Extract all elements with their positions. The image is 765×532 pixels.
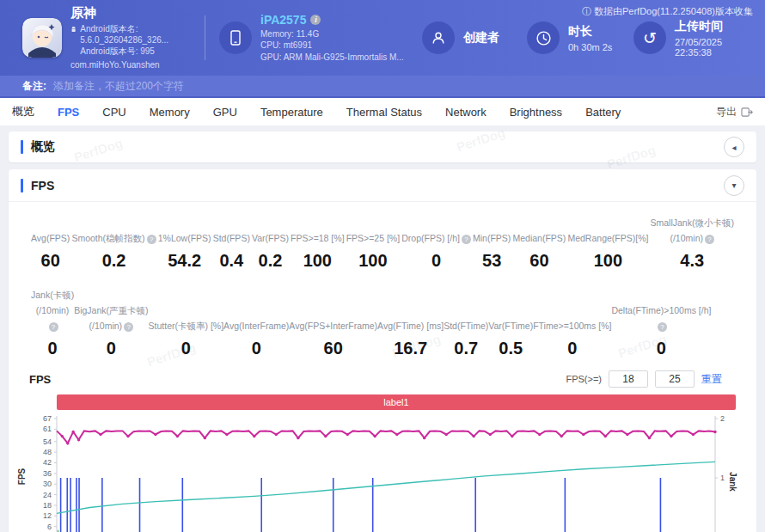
y-axis-right-label: Jank xyxy=(728,472,737,492)
duration-group: 时长 0h 30m 2s xyxy=(527,21,633,54)
app-info-group: 原神 Android版本名: 5.6.0_32604286_326... And… xyxy=(22,5,199,70)
help-icon[interactable] xyxy=(49,322,58,332)
header-divider xyxy=(205,15,205,60)
device-info-group: iPA2575 Memory: 11.4G CPU: mt6991 GPU: A… xyxy=(219,13,407,64)
device-model: iPA2575 xyxy=(260,13,306,27)
tab-cpu[interactable]: CPU xyxy=(102,106,125,119)
fps-collapse-button[interactable] xyxy=(724,175,744,196)
stat-avg-ftime: Avg(FTime) [ms]16.7 xyxy=(377,317,444,358)
export-button[interactable]: 导出 xyxy=(716,105,753,119)
svg-text:54: 54 xyxy=(43,437,52,446)
duration-clock-icon xyxy=(527,21,560,54)
upload-group: ↺ 上传时间 27/05/2025 22:35:38 xyxy=(633,19,750,58)
stat-ftime-ge100: FTime>=100ms [%]0 xyxy=(533,317,611,358)
collect-info: 数据由PerfDog(11.2.250408)版本收集 xyxy=(582,5,753,18)
tab-battery[interactable]: Battery xyxy=(585,106,621,119)
help-icon[interactable] xyxy=(705,235,714,244)
svg-text:24: 24 xyxy=(43,491,52,499)
help-icon[interactable] xyxy=(658,322,667,332)
remark-placeholder: 添加备注，不超过200个字符 xyxy=(53,79,184,94)
device-info-icon[interactable] xyxy=(310,15,321,25)
overview-section: 概览 xyxy=(9,131,756,162)
app-name: 原神 xyxy=(70,5,199,21)
tab-memory[interactable]: Memory xyxy=(150,106,190,119)
svg-text:2: 2 xyxy=(720,414,725,423)
stat-stutter: Stutter(卡顿率) [%]0 xyxy=(149,317,224,358)
fps-chart-header: FPS FPS(>=) 重置 xyxy=(9,370,756,388)
svg-text:61: 61 xyxy=(43,425,52,433)
fps-section: FPS Avg(FPS)60 Smooth(稳帧指数)0.2 1%Low(FPS… xyxy=(9,169,756,532)
svg-text:48: 48 xyxy=(43,448,52,456)
creator-label: 创建者 xyxy=(463,30,499,46)
upload-value: 27/05/2025 22:35:38 xyxy=(675,37,750,58)
stat-var-fps: Var(FPS)0.2 xyxy=(252,229,289,271)
stat-std-ftime: Std(FTime)0.7 xyxy=(444,317,488,358)
y-axis-left-label: FPS xyxy=(17,468,27,485)
header: 数据由PerfDog(11.2.250408)版本收集 原神 xyxy=(0,0,765,76)
device-phone-icon xyxy=(219,21,252,54)
stat-bigjank: BigJank(严重卡顿)(/10min)0 xyxy=(74,302,148,358)
svg-text:6: 6 xyxy=(47,523,52,531)
help-icon[interactable] xyxy=(462,235,471,244)
stat-std-fps: Std(FPS)0.4 xyxy=(213,229,250,271)
tab-temperature[interactable]: Temperature xyxy=(260,106,323,119)
svg-text:36: 36 xyxy=(43,469,52,478)
tab-network[interactable]: Network xyxy=(445,106,487,119)
stat-fps-ge18: FPS>=18 [%]100 xyxy=(291,229,344,271)
creator-person-icon xyxy=(422,21,455,54)
stat-median-fps: Median(FPS)60 xyxy=(512,229,566,271)
creator-group: 创建者 xyxy=(422,21,527,54)
stat-delta-ftime: Delta(FTime)>100ms [/h]0 xyxy=(611,302,711,358)
svg-text:30: 30 xyxy=(43,480,52,488)
stat-smalljank: SmallJank(微小卡顿)(/10min)4.3 xyxy=(651,214,734,271)
stat-avg-fps-interframe: Avg(FPS+InterFrame)60 xyxy=(289,317,377,358)
svg-text:1: 1 xyxy=(720,474,725,482)
tab-overview[interactable]: 概览 xyxy=(12,104,34,119)
fps-accent-bar xyxy=(21,179,23,193)
remark-input[interactable]: 备注: 添加备注，不超过200个字符 xyxy=(0,76,765,98)
android-version-code: Android版本号: 995 xyxy=(80,46,199,57)
export-icon xyxy=(741,107,753,118)
fps-threshold-label: FPS(>=) xyxy=(566,374,602,384)
report-content: PerfDog PerfDog PerfDog PerfDog PerfDog … xyxy=(0,125,765,532)
android-icon xyxy=(70,25,76,34)
remark-label: 备注: xyxy=(22,79,46,94)
stat-medrange-fps: MedRange(FPS)[%]100 xyxy=(567,229,648,271)
fps-threshold-min-input[interactable] xyxy=(609,370,648,388)
stat-1pct-low: 1%Low(FPS)54.2 xyxy=(158,229,211,271)
fps-chart[interactable]: FPS 061218243036424854616701200:0001:350… xyxy=(9,410,756,532)
duration-value: 0h 30m 2s xyxy=(568,42,612,52)
device-gpu: GPU: ARM Mali-G925-Immortalis M... xyxy=(260,52,407,64)
app-package: com.miHoYo.Yuanshen xyxy=(70,59,199,70)
tab-gpu[interactable]: GPU xyxy=(213,106,237,119)
overview-expand-button[interactable] xyxy=(724,137,744,157)
android-version-name: Android版本名: 5.6.0_32604286_326... xyxy=(80,23,199,46)
help-icon[interactable] xyxy=(124,322,133,332)
overview-accent-bar xyxy=(21,140,23,154)
stat-var-ftime: Var(FTime)0.5 xyxy=(488,317,533,358)
svg-text:12: 12 xyxy=(43,511,52,520)
stat-avg-interframe: Avg(InterFrame)0 xyxy=(223,317,289,358)
upload-label: 上传时间 xyxy=(675,19,750,34)
reset-link[interactable]: 重置 xyxy=(701,372,722,387)
svg-text:67: 67 xyxy=(43,414,52,423)
stat-min-fps: Min(FPS)53 xyxy=(473,229,511,271)
tabbar: 概览 FPS CPU Memory GPU Temperature Therma… xyxy=(0,98,765,125)
fps-chart-title: FPS xyxy=(29,373,51,386)
fps-stats-row2: Jank(卡顿)(/10min)0 BigJank(严重卡顿)(/10min)0… xyxy=(9,286,756,358)
stat-avg-fps: Avg(FPS)60 xyxy=(31,229,70,271)
device-memory: Memory: 11.4G xyxy=(260,28,407,40)
annotation-label-bar[interactable]: label1 xyxy=(57,394,736,410)
fps-stats-row1: Avg(FPS)60 Smooth(稳帧指数)0.2 1%Low(FPS)54.… xyxy=(9,214,756,271)
fps-chart-canvas[interactable]: 061218243036424854616701200:0001:3503:10… xyxy=(28,412,748,532)
upload-time-icon: ↺ xyxy=(633,21,666,54)
fps-threshold-max-input[interactable] xyxy=(655,370,695,388)
app-icon xyxy=(22,18,62,58)
tab-fps[interactable]: FPS xyxy=(58,106,79,119)
stat-jank: Jank(卡顿)(/10min)0 xyxy=(31,286,74,358)
duration-label: 时长 xyxy=(568,24,612,40)
help-icon[interactable] xyxy=(147,235,156,244)
tab-thermal-status[interactable]: Thermal Status xyxy=(346,106,422,119)
tab-brightness[interactable]: Brightness xyxy=(510,106,562,119)
overview-title: 概览 xyxy=(31,139,55,155)
